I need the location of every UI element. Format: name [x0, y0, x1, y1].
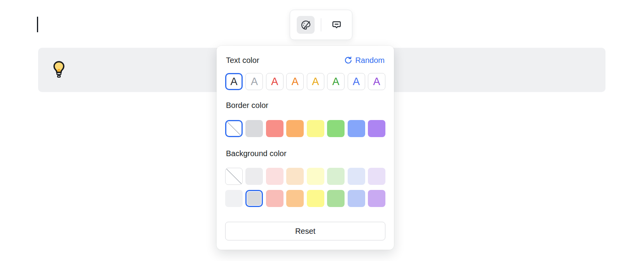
text-color-swatch-orange[interactable]: A [286, 73, 304, 90]
random-label: Random [355, 55, 385, 65]
border-color-label: Border color [226, 100, 268, 110]
text-color-swatch-purple[interactable]: A [368, 73, 385, 90]
refresh-icon [344, 56, 352, 64]
text-color-label: Text color [226, 55, 259, 65]
background-color-swatch-light-gray[interactable] [245, 168, 263, 185]
background-color-swatch-light-blue[interactable] [348, 168, 365, 185]
background-color-swatch-light-red[interactable] [266, 168, 284, 185]
palette-icon [301, 20, 311, 30]
background-color-swatch-row-2 [225, 190, 385, 207]
border-color-swatch-none[interactable] [225, 120, 243, 137]
border-color-swatch-row [225, 120, 385, 137]
text-color-swatch-row: AAAAAAAA [225, 73, 385, 90]
floating-format-toolbar [290, 10, 352, 40]
text-caret [37, 17, 38, 32]
border-color-swatch-blue[interactable] [348, 120, 365, 137]
background-color-label: Background color [226, 148, 287, 158]
background-color-swatch-orange[interactable] [286, 190, 304, 207]
background-color-swatch-gray[interactable] [245, 190, 263, 207]
border-color-swatch-yellow[interactable] [307, 120, 324, 137]
background-color-swatch-green[interactable] [327, 190, 345, 207]
comment-button[interactable] [327, 16, 345, 34]
background-color-swatch-light-green[interactable] [327, 168, 345, 185]
border-color-swatch-gray[interactable] [245, 120, 263, 137]
color-picker-popup: Text color Random AAAAAAAA Border color … [217, 46, 394, 250]
text-color-swatch-amber[interactable]: A [307, 73, 324, 90]
background-color-swatch-yellow[interactable] [307, 190, 324, 207]
toolbar-divider [321, 18, 321, 31]
background-color-swatch-light-purple[interactable] [368, 168, 385, 185]
comment-icon [331, 20, 342, 30]
background-color-swatch-light-orange[interactable] [286, 168, 304, 185]
border-color-swatch-green[interactable] [327, 120, 345, 137]
background-color-swatch-red[interactable] [266, 190, 284, 207]
background-color-swatch-none[interactable] [225, 168, 243, 185]
background-color-swatch-faint-gray[interactable] [225, 190, 243, 207]
border-color-swatch-purple[interactable] [368, 120, 385, 137]
reset-button[interactable]: Reset [225, 222, 385, 240]
color-palette-button[interactable] [297, 16, 315, 34]
background-color-swatch-light-yellow[interactable] [307, 168, 324, 185]
border-color-swatch-red[interactable] [266, 120, 284, 137]
background-color-swatch-purple[interactable] [368, 190, 385, 207]
background-color-swatch-row-1 [225, 168, 385, 185]
text-color-swatch-blue[interactable]: A [348, 73, 365, 90]
light-bulb-icon[interactable] [52, 60, 65, 80]
text-color-swatch-gray[interactable]: A [245, 73, 263, 90]
random-button[interactable]: Random [344, 55, 385, 65]
text-color-swatch-default[interactable]: A [225, 73, 243, 90]
background-color-swatch-blue[interactable] [348, 190, 365, 207]
border-color-swatch-orange[interactable] [286, 120, 304, 137]
text-color-swatch-green[interactable]: A [327, 73, 345, 90]
text-color-swatch-red[interactable]: A [266, 73, 284, 90]
